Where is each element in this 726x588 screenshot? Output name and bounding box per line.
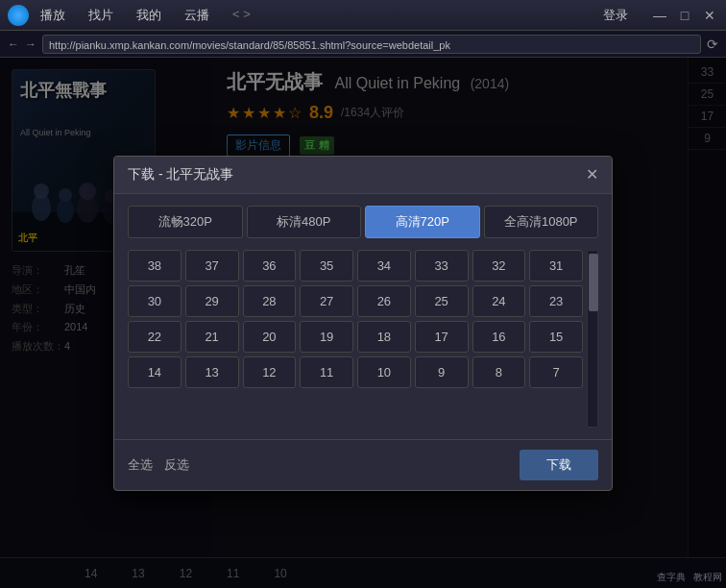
episode-btn-21[interactable]: 21: [185, 321, 239, 353]
login-button[interactable]: 登录: [603, 7, 628, 24]
episode-btn-35[interactable]: 35: [300, 250, 353, 282]
episode-btn-26[interactable]: 26: [357, 285, 411, 317]
quality-320p[interactable]: 流畅320P: [128, 206, 243, 238]
nav-mine[interactable]: 我的: [136, 7, 161, 24]
episode-btn-31[interactable]: 31: [529, 250, 583, 282]
main-content: 北平無戰事 All Quiet in Peking 北平 导演：孔笙 地: [0, 58, 726, 588]
episode-btn-23[interactable]: 23: [529, 285, 583, 317]
dialog-header: 下载 - 北平无战事 ✕: [114, 157, 612, 194]
address-bar: ← → http://pianku.xmp.kankan.com/movies/…: [0, 31, 726, 58]
quality-tabs: 流畅320P 标清480P 高清720P 全高清1080P: [128, 206, 598, 238]
dialog-footer: 全选 反选 下载: [114, 439, 612, 490]
episode-btn-18[interactable]: 18: [357, 321, 411, 353]
episode-btn-7[interactable]: 7: [529, 356, 583, 388]
episode-btn-33[interactable]: 33: [415, 250, 469, 282]
episode-btn-34[interactable]: 34: [357, 250, 411, 282]
dialog-overlay: 下载 - 北平无战事 ✕ 流畅320P 标清480P 高清720P 全高清108…: [0, 58, 726, 588]
episode-btn-16[interactable]: 16: [472, 321, 526, 353]
episode-btn-25[interactable]: 25: [415, 285, 469, 317]
dialog-body: 流畅320P 标清480P 高清720P 全高清1080P 3837363534…: [114, 194, 612, 439]
episode-btn-24[interactable]: 24: [472, 285, 526, 317]
episode-scrollbar[interactable]: [587, 250, 598, 428]
select-all-button[interactable]: 全选: [128, 456, 153, 474]
title-bar: 播放 找片 我的 云播 < > 登录 — □ ✕: [0, 0, 726, 31]
episode-btn-8[interactable]: 8: [472, 356, 526, 388]
nav-find[interactable]: 找片: [88, 7, 113, 24]
episode-btn-13[interactable]: 13: [185, 356, 239, 388]
episode-btn-15[interactable]: 15: [529, 321, 583, 353]
url-bar[interactable]: http://pianku.xmp.kankan.com/movies/stan…: [42, 35, 701, 54]
invert-button[interactable]: 反选: [164, 456, 189, 474]
back-button[interactable]: ←: [8, 37, 19, 51]
close-button[interactable]: ✕: [701, 8, 718, 23]
episode-btn-10[interactable]: 10: [357, 356, 411, 388]
title-bar-nav: 播放 找片 我的 云播 < >: [40, 7, 603, 24]
episode-btn-29[interactable]: 29: [185, 285, 239, 317]
scrollbar-thumb: [589, 254, 598, 311]
watermark-site2: 教程网: [693, 571, 722, 584]
episode-btn-28[interactable]: 28: [243, 285, 297, 317]
episode-grid-container: 3837363534333231302928272625242322212019…: [128, 250, 598, 428]
episode-btn-36[interactable]: 36: [243, 250, 297, 282]
episode-btn-30[interactable]: 30: [128, 285, 182, 317]
episode-btn-12[interactable]: 12: [243, 356, 297, 388]
download-button[interactable]: 下载: [520, 450, 598, 480]
episode-btn-32[interactable]: 32: [472, 250, 526, 282]
episode-grid: 3837363534333231302928272625242322212019…: [128, 250, 598, 388]
episode-btn-22[interactable]: 22: [128, 321, 182, 353]
refresh-button[interactable]: ⟳: [707, 37, 718, 52]
episode-btn-17[interactable]: 17: [415, 321, 469, 353]
dialog-title: 下载 - 北平无战事: [128, 166, 233, 184]
minimize-button[interactable]: —: [651, 8, 668, 23]
dialog-close-button[interactable]: ✕: [586, 167, 598, 183]
episode-btn-9[interactable]: 9: [415, 356, 469, 388]
footer-left: 全选 反选: [128, 456, 189, 474]
episode-btn-11[interactable]: 11: [300, 356, 353, 388]
maximize-button[interactable]: □: [676, 8, 693, 23]
quality-1080p[interactable]: 全高清1080P: [484, 206, 599, 238]
download-dialog: 下载 - 北平无战事 ✕ 流畅320P 标清480P 高清720P 全高清108…: [113, 156, 613, 491]
watermark: 查字典 教程网: [657, 571, 722, 584]
episode-btn-19[interactable]: 19: [300, 321, 353, 353]
nav-cloud[interactable]: 云播: [184, 7, 209, 24]
quality-720p[interactable]: 高清720P: [365, 206, 480, 238]
episode-btn-27[interactable]: 27: [300, 285, 353, 317]
title-bar-controls: 登录 — □ ✕: [603, 7, 718, 24]
watermark-site1: 查字典: [657, 571, 686, 584]
episode-btn-38[interactable]: 38: [128, 250, 182, 282]
episode-btn-20[interactable]: 20: [243, 321, 297, 353]
episode-btn-37[interactable]: 37: [185, 250, 239, 282]
episode-btn-14[interactable]: 14: [128, 356, 182, 388]
forward-button[interactable]: →: [25, 37, 36, 51]
quality-480p[interactable]: 标清480P: [247, 206, 362, 238]
app-logo: [8, 5, 29, 26]
nav-play[interactable]: 播放: [40, 7, 65, 24]
nav-arrows[interactable]: < >: [232, 7, 251, 24]
